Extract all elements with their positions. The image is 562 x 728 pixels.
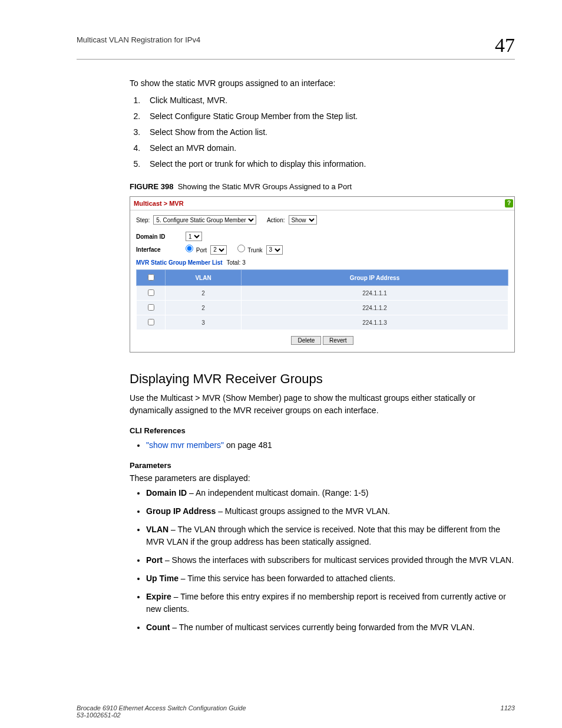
figure-label: FIGURE 398: [130, 182, 173, 191]
figure-caption: FIGURE 398 Showing the Static MVR Groups…: [130, 181, 515, 193]
intro-text: To show the static MVR groups assigned t…: [130, 77, 515, 90]
params-head: Parameters: [130, 460, 515, 472]
param-item: Group IP Address – Multicast groups assi…: [146, 505, 515, 518]
action-label: Action:: [267, 216, 285, 225]
help-icon[interactable]: ?: [505, 199, 513, 207]
config-panel: Multicast > MVR ? Step: 5. Configure Sta…: [130, 196, 515, 353]
table-row: 2 224.1.1.1: [137, 286, 508, 301]
footer-page-number: 1123: [501, 704, 515, 719]
cli-link[interactable]: "show mvr members": [146, 440, 224, 450]
step-item: Click Multicast, MVR.: [143, 94, 515, 107]
param-item: Up Time – Time this service has been for…: [146, 572, 515, 585]
param-item: VLAN – The VLAN through which the servic…: [146, 523, 515, 548]
delete-button[interactable]: Delete: [291, 336, 321, 345]
col-vlan: VLAN: [166, 270, 242, 286]
row-checkbox[interactable]: [148, 304, 154, 311]
select-all-checkbox[interactable]: [148, 274, 154, 281]
trunk-radio[interactable]: [237, 245, 245, 252]
header-title: Multicast VLAN Registration for IPv4: [77, 35, 200, 44]
step-select[interactable]: 5. Configure Static Group Member: [153, 215, 256, 225]
page-header: Multicast VLAN Registration for IPv4 47: [77, 35, 515, 60]
domain-label: Domain ID: [136, 232, 182, 241]
revert-button[interactable]: Revert: [323, 336, 353, 345]
table-row: 2 224.1.1.2: [137, 301, 508, 315]
step-list: Click Multicast, MVR. Select Configure S…: [130, 94, 515, 170]
param-item: Expire – Time before this entry expires …: [146, 591, 515, 615]
domain-select[interactable]: 1: [186, 232, 202, 241]
section-heading: Displaying MVR Receiver Groups: [130, 369, 515, 388]
step-item: Select Show from the Action list.: [143, 126, 515, 139]
params-intro: These parameters are displayed:: [130, 472, 515, 485]
cli-ref-item: "show mvr members" on page 481: [146, 439, 515, 452]
chapter-number: 47: [495, 35, 515, 55]
page-footer: Brocade 6910 Ethernet Access Switch Conf…: [77, 704, 515, 719]
step-item: Select an MVR domain.: [143, 142, 515, 154]
action-select[interactable]: Show: [289, 215, 317, 225]
section-desc: Use the Multicast > MVR (Show Member) pa…: [130, 392, 515, 417]
port-radio-label[interactable]: Port: [186, 245, 207, 255]
panel-header: Multicast > MVR ?: [130, 197, 514, 211]
step-item: Select the port or trunk for which to di…: [143, 158, 515, 170]
footer-title: Brocade 6910 Ethernet Access Switch Conf…: [77, 704, 246, 711]
trunk-select[interactable]: 3: [266, 245, 283, 255]
interface-label: Interface: [136, 245, 182, 254]
port-select[interactable]: 2: [210, 245, 227, 255]
content-area: To show the static MVR groups assigned t…: [130, 77, 515, 634]
param-item: Port – Shows the interfaces with subscri…: [146, 554, 515, 566]
table-row: 3 224.1.1.3: [137, 315, 508, 330]
col-gip: Group IP Address: [242, 270, 508, 286]
figure-text: Showing the Static MVR Groups Assigned t…: [178, 182, 352, 191]
cli-head: CLI References: [130, 425, 515, 437]
param-list: Domain ID – An independent multicast dom…: [130, 487, 515, 634]
row-checkbox[interactable]: [148, 319, 154, 325]
member-table: VLAN Group IP Address 2 224.1.1.1 2 224.…: [136, 269, 508, 330]
param-item: Count – The number of multicast services…: [146, 621, 515, 634]
col-checkbox: [137, 270, 166, 286]
trunk-radio-label[interactable]: Trunk: [237, 245, 263, 255]
port-radio[interactable]: [186, 245, 193, 252]
cli-tail: on page 481: [224, 440, 272, 450]
param-item: Domain ID – An independent multicast dom…: [146, 487, 515, 499]
step-item: Select Configure Static Group Member fro…: [143, 110, 515, 123]
list-total: Total: 3: [226, 259, 245, 266]
step-label: Step:: [136, 216, 150, 225]
footer-doc-id: 53-1002651-02: [77, 711, 246, 719]
list-label: MVR Static Group Member List: [136, 259, 223, 266]
breadcrumb: Multicast > MVR: [134, 199, 184, 209]
row-checkbox[interactable]: [148, 289, 154, 296]
